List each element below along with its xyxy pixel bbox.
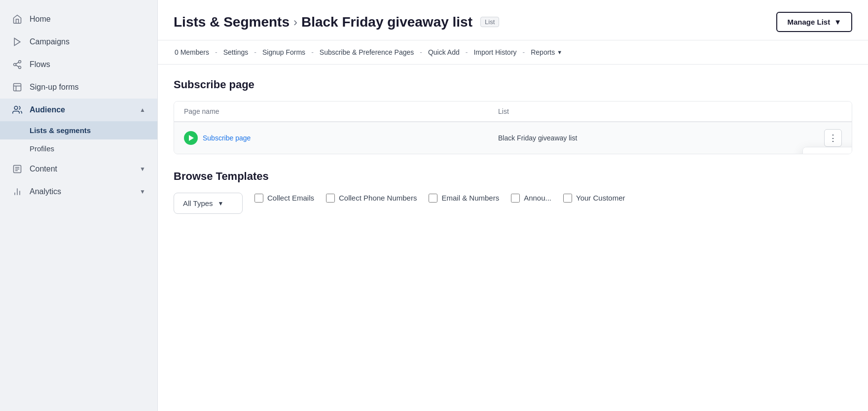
audience-icon	[12, 104, 23, 115]
collect-emails-label: Collect Emails	[267, 193, 314, 203]
page-title: Lists & Segments › Black Friday giveaway…	[174, 14, 499, 30]
all-types-arrow-icon: ▼	[218, 200, 224, 207]
svg-point-3	[19, 66, 21, 68]
reports-chevron-icon: ▼	[557, 49, 562, 55]
svg-point-9	[14, 106, 18, 110]
email-numbers-label: Email & Numbers	[441, 193, 499, 203]
subscribe-page-section: Subscribe page Page name List Subscribe …	[174, 78, 852, 154]
announcements-label: Annou...	[524, 193, 551, 203]
sidebar-item-content-label: Content	[30, 165, 57, 173]
tab-subscribe-pref[interactable]: Subscribe & Preference Pages	[319, 46, 415, 58]
nav-sep-2: -	[254, 48, 256, 56]
table-header: Page name List	[174, 102, 852, 122]
sidebar-item-analytics-label: Analytics	[30, 187, 61, 196]
sidebar-item-campaigns[interactable]: Campaigns	[0, 31, 157, 53]
forms-icon	[12, 82, 23, 93]
browse-templates-title: Browse Templates	[174, 170, 852, 183]
tab-settings[interactable]: Settings	[222, 46, 250, 58]
svg-point-2	[14, 64, 16, 66]
manage-list-label: Manage List	[787, 18, 830, 26]
sidebar-item-profiles[interactable]: Profiles	[0, 139, 157, 158]
actions-cell: ⋮ Edit page Copy URL Use hosted page	[812, 129, 842, 147]
row-actions-button[interactable]: ⋮	[824, 129, 842, 147]
sidebar-item-home[interactable]: Home	[0, 8, 157, 31]
page-title-text: Black Friday giveaway list	[301, 14, 472, 30]
main-content: Lists & Segments › Black Friday giveaway…	[158, 0, 868, 411]
filter-announcements[interactable]: Annou...	[511, 193, 551, 203]
sidebar-item-audience[interactable]: Audience ▲	[0, 99, 157, 121]
all-types-select[interactable]: All Types ▼	[174, 193, 243, 214]
sidebar-item-flows-label: Flows	[30, 60, 50, 69]
col-list: List	[498, 107, 812, 115]
nav-sep-4: -	[420, 48, 422, 56]
play-icon	[184, 131, 198, 145]
tab-import-history[interactable]: Import History	[472, 46, 517, 58]
svg-rect-6	[14, 84, 21, 91]
your-customer-label: Your Customer	[576, 193, 625, 203]
sidebar-item-flows[interactable]: Flows	[0, 53, 157, 76]
sidebar-item-signup-forms[interactable]: Sign-up forms	[0, 76, 157, 99]
svg-point-1	[19, 61, 21, 63]
sidebar-item-lists-segments[interactable]: Lists & segments	[0, 121, 157, 139]
nav-sep-5: -	[466, 48, 468, 56]
home-icon	[12, 14, 23, 25]
dropdown-edit-page[interactable]: Edit page	[803, 147, 852, 154]
your-customer-checkbox[interactable]	[563, 194, 572, 203]
table-row: Subscribe page Black Friday giveaway lis…	[174, 122, 852, 154]
sidebar-item-signup-forms-label: Sign-up forms	[30, 83, 79, 92]
sidebar-item-home-label: Home	[30, 15, 51, 24]
collect-emails-checkbox[interactable]	[254, 194, 263, 203]
subscribe-page-table: Page name List Subscribe page Black Frid…	[174, 101, 852, 154]
filter-collect-emails[interactable]: Collect Emails	[254, 193, 314, 203]
page-content: Subscribe page Page name List Subscribe …	[158, 65, 868, 411]
subscribe-page-title: Subscribe page	[174, 78, 852, 91]
breadcrumb-separator: ›	[293, 15, 297, 29]
manage-list-button[interactable]: Manage List ▼	[776, 12, 852, 32]
three-dots-icon: ⋮	[829, 133, 837, 143]
chevron-up-icon: ▲	[140, 106, 145, 113]
filter-collect-phone[interactable]: Collect Phone Numbers	[326, 193, 417, 203]
filter-email-numbers[interactable]: Email & Numbers	[429, 193, 499, 203]
row-actions-dropdown: Edit page Copy URL Use hosted page	[802, 147, 852, 154]
email-numbers-checkbox[interactable]	[429, 194, 437, 203]
collect-phone-checkbox[interactable]	[326, 194, 335, 203]
list-name-cell: Black Friday giveaway list	[498, 134, 812, 142]
all-types-label: All Types	[183, 199, 213, 207]
tab-reports[interactable]: Reports ▼	[530, 46, 563, 58]
chevron-down-icon: ▼	[140, 166, 145, 172]
svg-marker-0	[14, 38, 20, 46]
svg-line-4	[16, 65, 19, 67]
breadcrumb-lists-segments[interactable]: Lists & Segments	[174, 14, 289, 30]
filters-row: All Types ▼ Collect Emails Collect Phone…	[174, 193, 852, 214]
col-actions	[812, 107, 842, 115]
analytics-icon	[12, 186, 23, 197]
flows-icon	[12, 59, 23, 70]
sidebar-item-content[interactable]: Content ▼	[0, 158, 157, 180]
nav-sep-1: -	[215, 48, 217, 56]
sidebar-item-profiles-label: Profiles	[30, 144, 54, 153]
chevron-down-icon-2: ▼	[140, 188, 145, 195]
content-icon	[12, 164, 23, 174]
list-type-badge: List	[480, 17, 499, 27]
subscribe-page-link[interactable]: Subscribe page	[184, 131, 498, 145]
manage-list-arrow-icon: ▼	[834, 18, 841, 26]
nav-sep-6: -	[523, 48, 525, 56]
tab-members[interactable]: 0 Members	[174, 46, 210, 58]
col-page-name: Page name	[184, 107, 498, 115]
filter-your-customer[interactable]: Your Customer	[563, 193, 625, 203]
nav-sep-3: -	[311, 48, 314, 56]
sidebar-item-lists-segments-label: Lists & segments	[30, 126, 91, 135]
sidebar: Home Campaigns Flows Sign-up forms Audie…	[0, 0, 158, 411]
campaigns-icon	[12, 36, 23, 47]
announcements-checkbox[interactable]	[511, 194, 520, 203]
nav-tabs: 0 Members - Settings - Signup Forms - Su…	[158, 40, 868, 65]
svg-line-5	[16, 62, 19, 64]
page-header: Lists & Segments › Black Friday giveaway…	[158, 0, 868, 40]
sidebar-item-analytics[interactable]: Analytics ▼	[0, 180, 157, 203]
sidebar-item-audience-label: Audience	[30, 105, 65, 114]
collect-phone-label: Collect Phone Numbers	[339, 193, 417, 203]
sidebar-item-campaigns-label: Campaigns	[30, 37, 70, 46]
tab-signup-forms[interactable]: Signup Forms	[261, 46, 306, 58]
tab-quick-add[interactable]: Quick Add	[427, 46, 461, 58]
browse-templates-section: Browse Templates All Types ▼ Collect Ema…	[174, 170, 852, 214]
